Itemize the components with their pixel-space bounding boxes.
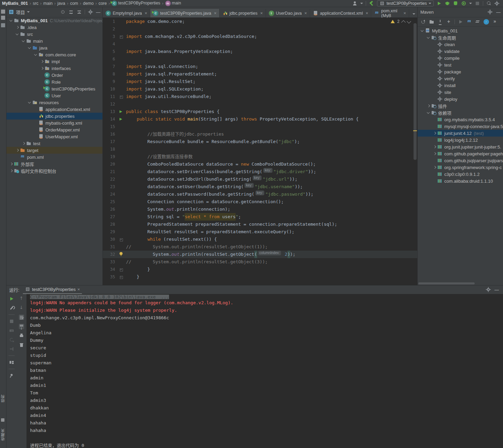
chevron-collapsed-icon[interactable] <box>21 141 26 146</box>
project-tree-row[interactable]: 外部库 <box>6 160 102 167</box>
project-tree-row[interactable]: java <box>6 44 102 51</box>
commit-stripe-icon[interactable] <box>1 16 5 20</box>
prev-problem-icon[interactable] <box>401 20 406 25</box>
chevron-expanded-icon[interactable] <box>15 31 20 37</box>
project-tree-row[interactable]: User <box>6 92 102 99</box>
chevron-collapsed-icon[interactable] <box>432 144 437 150</box>
panel-settings-gear-icon[interactable] <box>88 9 93 15</box>
editor-tab[interactable]: EmptyImpl.java× <box>103 9 150 17</box>
restore-layout-icon[interactable] <box>9 360 14 365</box>
chevron-expanded-icon[interactable] <box>9 18 14 23</box>
project-tree-row[interactable]: com.demo.core <box>6 51 102 58</box>
intention-bulb-icon[interactable] <box>116 251 126 258</box>
close-icon[interactable]: × <box>260 12 263 15</box>
build-hammer-icon[interactable] <box>369 1 374 6</box>
code-line[interactable]: 27 String sql = "select * from users"; <box>103 213 417 221</box>
maven-tree-row[interactable]: c3p0:c3p0:0.9.1.2 <box>418 171 503 178</box>
chevron-expanded-icon[interactable] <box>33 52 38 57</box>
debug-button[interactable] <box>445 1 450 6</box>
chevron-collapsed-icon[interactable] <box>432 151 437 156</box>
editor-tab[interactable]: UserDao.java× <box>266 9 310 17</box>
project-tree-row[interactable]: resources <box>6 99 102 106</box>
maven-hscrollbar[interactable] <box>418 282 475 284</box>
folder-stripe-icon[interactable] <box>1 23 5 27</box>
maven-tree-row[interactable]: 插件 <box>418 102 503 109</box>
chevron-collapsed-icon[interactable] <box>39 59 44 64</box>
code-line[interactable]: 1package com.demo.core; <box>103 18 417 25</box>
code-line[interactable]: 4 <box>103 40 417 48</box>
inspection-widget[interactable]: 2 <box>391 19 410 24</box>
maven-tree-row[interactable]: mysql:mysql-connector-java:5 <box>418 123 503 130</box>
editor-scrollbar[interactable] <box>413 18 417 285</box>
code-line[interactable]: 32 System.out.println(resultSet.getObjec… <box>103 251 417 258</box>
maven-tree-row[interactable]: deploy <box>418 96 503 102</box>
code-line[interactable]: 16 //加载类路径下的jdbc.properties <box>103 130 417 138</box>
maven-tree-row[interactable]: clean <box>418 41 503 48</box>
maven-tree-row[interactable]: org.junit.jupiter:junit-jupiter:5. <box>418 143 503 150</box>
project-tree-row[interactable]: OrderMapper.xml <box>6 126 102 133</box>
generate-sources-icon[interactable] <box>429 19 434 25</box>
code-line[interactable]: 29 ResultSet resultSet = preparedStateme… <box>103 228 417 236</box>
code-line[interactable]: 18 <box>103 145 417 153</box>
skip-tests-icon[interactable] <box>475 19 480 25</box>
chevron-expanded-icon[interactable] <box>426 110 431 115</box>
run-gutter-icon[interactable] <box>116 115 126 123</box>
code-line[interactable]: 3import com.mchange.v2.c3p0.ComboPooledD… <box>103 33 417 40</box>
code-line[interactable]: 6 <box>103 55 417 63</box>
project-tree-row[interactable]: pom.xml <box>6 154 102 160</box>
chevron-expanded-icon[interactable] <box>27 45 32 51</box>
chevron-collapsed-icon[interactable] <box>9 168 14 173</box>
code-line[interactable]: 24 dataSource.setPassword(bundle.getStri… <box>103 191 417 198</box>
fold-icon[interactable] <box>116 33 126 40</box>
project-tree-row[interactable]: jdbc.properties <box>6 113 102 120</box>
pin-tab-icon[interactable] <box>9 373 14 378</box>
chevron-collapsed-icon[interactable] <box>15 148 20 153</box>
maven-tree-row[interactable]: compile <box>418 55 503 61</box>
project-tree-row[interactable]: applicationContext.xml <box>6 106 102 113</box>
maven-tree-row[interactable]: 生命周期 <box>418 34 503 41</box>
code-line[interactable]: 12 <box>103 100 417 108</box>
chevron-down-icon[interactable] <box>27 11 30 13</box>
code-line[interactable]: 19 //设置数据库连接参数 <box>103 153 417 160</box>
collapse-all-icon[interactable] <box>76 9 82 15</box>
maven-tree-row[interactable]: test <box>418 61 503 68</box>
add-maven-project-icon[interactable] <box>446 19 451 25</box>
select-opened-file-icon[interactable] <box>60 9 66 15</box>
user-icon[interactable] <box>352 1 358 6</box>
code-line[interactable]: 10import java.sql.SQLException; <box>103 85 417 93</box>
chevron-expanded-icon[interactable] <box>420 28 425 33</box>
chevron-expanded-icon[interactable] <box>426 35 431 40</box>
hide-run-panel-icon[interactable]: — <box>494 287 499 292</box>
breadcrumb-item[interactable]: com <box>70 1 78 6</box>
project-tree-row[interactable]: interfaces <box>6 65 102 72</box>
code-line[interactable]: 17 ResourceBundle bundle = ResourceBundl… <box>103 138 417 145</box>
maven-tree-row[interactable]: org.mybatis:mybatis:3.5.4 <box>418 116 503 123</box>
console-output[interactable]: C:\Program Files\Java\jdk1.8.0_102\bin\j… <box>27 294 503 448</box>
offline-mode-icon[interactable] <box>484 19 489 25</box>
code-editor[interactable]: 1package com.demo.core;23import com.mcha… <box>103 18 417 285</box>
editor-tab[interactable]: pom.xml (MyB× <box>371 9 409 17</box>
code-line[interactable]: 22 dataSource.setJdbcUrl(bundle.getStrin… <box>103 176 417 183</box>
coverage-button[interactable] <box>453 1 458 6</box>
hide-panel-icon[interactable]: — <box>96 10 100 15</box>
code-line[interactable]: 13public class testC3P0ByProperties { <box>103 108 417 115</box>
project-tree-row[interactable]: test <box>6 140 102 147</box>
fold-icon[interactable] <box>116 93 126 100</box>
maven-tree-row[interactable]: com.github.jsqlparser:jsqlpars <box>418 157 503 164</box>
close-icon[interactable]: × <box>403 12 406 15</box>
scrollbar-thumb[interactable] <box>414 23 417 160</box>
editor-tab[interactable]: applicationContext.xml× <box>310 9 371 17</box>
code-line[interactable]: 15 <box>103 123 417 130</box>
close-icon[interactable]: × <box>214 12 216 15</box>
profiler-button[interactable] <box>461 1 466 6</box>
project-tree-row[interactable]: .idea <box>6 24 102 31</box>
breadcrumb-item[interactable]: core <box>98 1 107 6</box>
code-line[interactable]: 11import java.util.ResourceBundle; <box>103 93 417 100</box>
breadcrumb-item[interactable]: main <box>43 1 53 6</box>
breadcrumb-item[interactable]: main <box>165 1 181 6</box>
code-line[interactable]: 30 while (resultSet.next()) { <box>103 236 417 243</box>
maven-tree-row[interactable]: log4j:log4j:1.2.12 <box>418 137 503 143</box>
hide-maven-panel-icon[interactable]: — <box>496 10 501 15</box>
breadcrumb-item[interactable]: demo <box>83 1 94 6</box>
rerun-button[interactable] <box>9 296 14 302</box>
